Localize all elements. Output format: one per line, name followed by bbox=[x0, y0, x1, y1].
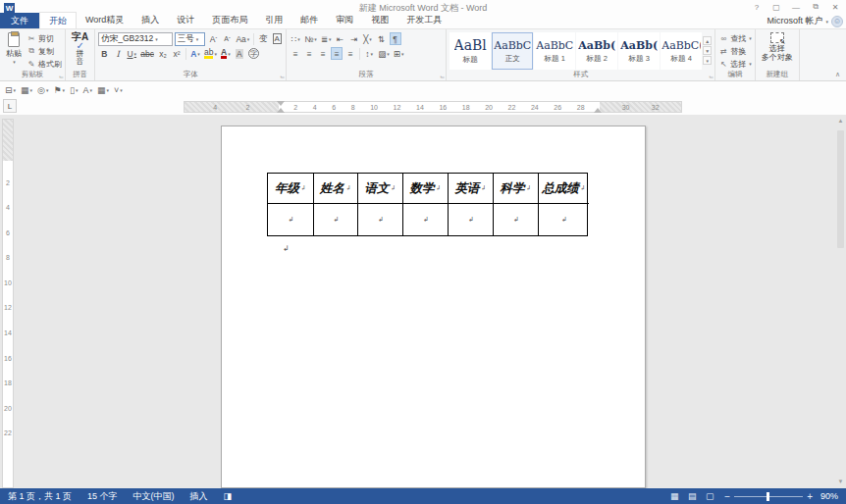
strikethrough-button[interactable]: abc bbox=[139, 47, 155, 60]
table-header-cell[interactable]: 科学↲ bbox=[494, 174, 539, 204]
collapse-ribbon-icon[interactable]: ∧ bbox=[835, 71, 840, 78]
justify-button[interactable]: ≡ bbox=[331, 47, 343, 60]
pinyin-button[interactable]: 字A ✓ 拼 音 bbox=[69, 31, 91, 67]
replace-button[interactable]: ⇄ 替换 bbox=[718, 45, 752, 57]
account-area[interactable]: Microsoft 帐户 ▾ ☺ bbox=[767, 15, 843, 27]
table-empty-cell[interactable]: ↲ bbox=[403, 204, 449, 235]
scroll-down-icon[interactable]: ▼ bbox=[836, 478, 845, 486]
addin-toolbar-button[interactable]: ⚑ bbox=[51, 83, 67, 97]
vertical-ruler[interactable]: 246810121416182022 bbox=[2, 119, 14, 488]
borders-button[interactable]: ⊞ bbox=[393, 47, 405, 60]
change-case-button[interactable]: Aa bbox=[235, 32, 250, 45]
web-layout-icon[interactable]: ▢ bbox=[701, 488, 718, 504]
document-page[interactable]: 年级↲ 姓名↲ 语文↲ 数学↲ bbox=[221, 126, 646, 488]
tab-file[interactable]: 文件 bbox=[0, 13, 39, 28]
close-button[interactable]: ✕ bbox=[826, 0, 844, 14]
gallery-more-icon[interactable]: ▾ bbox=[703, 56, 712, 65]
align-center-button[interactable]: ≡ bbox=[303, 47, 315, 60]
zoom-out-button[interactable]: − bbox=[724, 491, 730, 502]
italic-button[interactable]: I bbox=[112, 47, 124, 60]
distribute-button[interactable]: ≡ bbox=[344, 47, 356, 60]
paste-button[interactable]: 粘贴 bbox=[3, 31, 25, 70]
table-header-cell[interactable]: 英语↲ bbox=[449, 174, 494, 204]
table-empty-cell[interactable]: ↲ bbox=[314, 204, 358, 235]
show-marks-button[interactable]: ¶ bbox=[390, 32, 401, 45]
word-count[interactable]: 15 个字 bbox=[79, 488, 126, 504]
macro-record-icon[interactable]: ◨ bbox=[216, 488, 240, 504]
ribbon-display-options-button[interactable]: ▢ bbox=[767, 0, 785, 14]
page-indicator[interactable]: 第 1 页，共 1 页 bbox=[0, 488, 79, 504]
clipboard-dialog-launcher[interactable]: ⌙ bbox=[59, 73, 64, 79]
style-item[interactable]: AaBbC( 标题 4 bbox=[661, 32, 702, 70]
table-empty-cell[interactable]: ↲ bbox=[539, 204, 589, 235]
tab-stop-selector[interactable]: L bbox=[3, 99, 17, 113]
font-name-combo[interactable]: 仿宋_GB2312▾ bbox=[98, 32, 172, 46]
multilevel-list-button[interactable]: ≣ bbox=[320, 32, 333, 45]
align-right-button[interactable]: ≡ bbox=[317, 47, 329, 60]
font-size-combo[interactable]: 三号▾ bbox=[175, 32, 206, 46]
select-multiple-objects-button[interactable]: 选择 多个对象 bbox=[759, 31, 796, 63]
asian-layout-button[interactable]: ╳ bbox=[362, 32, 374, 45]
style-item[interactable]: AaBl 标题 bbox=[449, 32, 491, 70]
ribbon-tab[interactable]: 审阅 bbox=[327, 12, 362, 28]
table-empty-cell[interactable]: ↲ bbox=[358, 204, 403, 235]
shading-button[interactable]: ▨ bbox=[377, 47, 391, 60]
table-header-cell[interactable]: 语文↲ bbox=[358, 174, 403, 204]
print-layout-icon[interactable]: ▤ bbox=[683, 488, 701, 504]
character-shading-button[interactable]: A bbox=[234, 47, 245, 60]
bold-button[interactable]: B bbox=[98, 47, 110, 60]
table-header-cell[interactable]: 数学↲ bbox=[403, 174, 449, 204]
line-spacing-button[interactable]: ↕ bbox=[363, 47, 375, 60]
addin-toolbar-button[interactable]: ▦ bbox=[95, 83, 111, 97]
zoom-in-button[interactable]: + bbox=[807, 491, 813, 502]
minimize-button[interactable]: — bbox=[787, 0, 805, 14]
paragraph-dialog-launcher[interactable]: ⌙ bbox=[440, 73, 445, 79]
help-button[interactable]: ? bbox=[748, 0, 766, 14]
decrease-indent-button[interactable]: ⇤ bbox=[335, 32, 346, 45]
read-mode-icon[interactable]: ▦ bbox=[665, 488, 683, 504]
ribbon-tab[interactable]: 页面布局 bbox=[203, 12, 256, 28]
grow-font-button[interactable]: Aˆ bbox=[207, 32, 219, 45]
find-button[interactable]: ∞ 查找 bbox=[718, 32, 752, 44]
gallery-up-icon[interactable]: ▲ bbox=[703, 36, 712, 45]
numbering-button[interactable]: № bbox=[303, 32, 318, 45]
underline-button[interactable]: U bbox=[126, 47, 137, 60]
ribbon-tab[interactable]: 插入 bbox=[132, 12, 168, 28]
restore-button[interactable]: ⧉ bbox=[807, 0, 824, 14]
scrollbar-thumb[interactable] bbox=[837, 130, 844, 248]
ribbon-tab[interactable]: 引用 bbox=[256, 12, 291, 28]
zoom-slider[interactable]: − + bbox=[718, 491, 819, 502]
enclose-characters-button[interactable]: 字 bbox=[247, 47, 260, 60]
insert-mode-indicator[interactable]: 插入 bbox=[183, 488, 216, 504]
bullets-button[interactable]: ∷ bbox=[290, 32, 301, 45]
table-empty-cell[interactable]: ↲ bbox=[494, 204, 539, 235]
ribbon-tab[interactable]: Word精灵 bbox=[77, 12, 132, 28]
addin-toolbar-button[interactable]: ⊟ bbox=[3, 83, 18, 97]
right-indent-marker[interactable] bbox=[594, 108, 602, 113]
highlight-color-button[interactable]: ab bbox=[203, 47, 218, 60]
copy-button[interactable]: ⧉ 复制 bbox=[26, 45, 62, 57]
zoom-track[interactable] bbox=[734, 496, 803, 497]
superscript-button[interactable]: x² bbox=[171, 47, 183, 60]
subscript-button[interactable]: x₂ bbox=[157, 47, 169, 60]
select-button[interactable]: ↖ 选择 bbox=[718, 58, 752, 70]
avatar[interactable]: ☺ bbox=[831, 16, 843, 27]
ribbon-tab[interactable]: 邮件 bbox=[291, 12, 327, 28]
table-empty-cell[interactable]: ↲ bbox=[449, 204, 494, 235]
addin-toolbar-button[interactable]: ˅ bbox=[112, 83, 125, 97]
addin-toolbar-button[interactable]: ◎ bbox=[35, 83, 50, 97]
increase-indent-button[interactable]: ⇥ bbox=[348, 32, 360, 45]
horizontal-ruler[interactable]: 42 246810121416182022242628 3032 bbox=[184, 101, 682, 113]
table-header-cell[interactable]: 总成绩↲ bbox=[539, 174, 589, 204]
phonetic-guide-button[interactable]: 变 bbox=[257, 32, 269, 45]
zoom-percentage[interactable]: 90% bbox=[819, 491, 846, 501]
shrink-font-button[interactable]: Aˇ bbox=[221, 32, 233, 45]
ribbon-tab[interactable]: 视图 bbox=[362, 12, 397, 28]
left-indent-marker[interactable] bbox=[277, 108, 285, 113]
text-effects-button[interactable]: A bbox=[189, 47, 201, 60]
character-border-button[interactable]: A bbox=[271, 32, 283, 45]
first-line-indent-marker[interactable] bbox=[277, 101, 285, 106]
styles-dialog-launcher[interactable]: ⌙ bbox=[709, 73, 714, 79]
document-table[interactable]: 年级↲ 姓名↲ 语文↲ 数学↲ bbox=[267, 173, 588, 236]
style-item[interactable]: AaBbC 标题 1 bbox=[534, 32, 575, 70]
